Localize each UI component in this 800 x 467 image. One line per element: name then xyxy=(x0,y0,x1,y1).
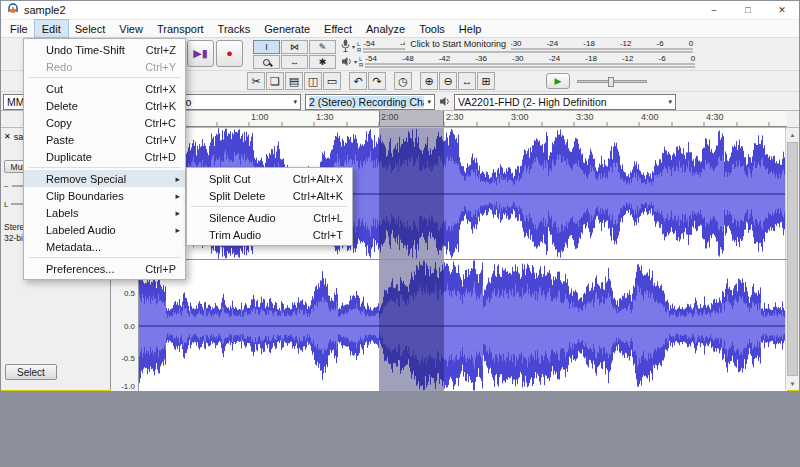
menu-item-split-delete[interactable]: Split Delete Ctrl+Alt+K xyxy=(187,187,352,204)
playback-meter[interactable]: ▾ L R -54-48-42-36-30-24-18-12-60 xyxy=(341,54,707,69)
waveform-selection-1[interactable] xyxy=(379,128,444,259)
track-select-button[interactable]: Select xyxy=(5,364,57,380)
menu-item-cut[interactable]: Cut Ctrl+X xyxy=(24,80,185,97)
remove-special-submenu: Split Cut Ctrl+Alt+X Split Delete Ctrl+A… xyxy=(186,167,353,246)
chevron-down-icon: ▾ xyxy=(427,98,431,106)
zoom-in-button[interactable]: ⊕ xyxy=(420,72,438,90)
meter-scale-number: -6 xyxy=(657,39,664,48)
menu-item-labels[interactable]: Labels ▸ xyxy=(24,204,185,221)
meter-bar-right xyxy=(365,66,695,68)
window-title: sample2 xyxy=(24,4,66,16)
menu-item-undo-time-shift[interactable]: Undo Time-Shift Ctrl+Z xyxy=(24,41,185,58)
undo-button[interactable]: ↶ xyxy=(349,72,367,90)
channel-divider xyxy=(111,259,787,260)
silence-audio-button[interactable]: ▭ xyxy=(323,72,341,90)
edit-toolbar-glyph-icon: ◷ xyxy=(398,75,408,88)
meter-scale-number: -30 xyxy=(512,54,524,63)
file[interactable]: File xyxy=(3,20,35,37)
monitor-label[interactable]: Click to Start Monitoring xyxy=(405,39,511,50)
tracks[interactable]: Tracks xyxy=(211,20,258,37)
view[interactable]: View xyxy=(112,20,150,37)
menu-item-paste[interactable]: Paste Ctrl+V xyxy=(24,131,185,148)
scroll-up-button[interactable]: ▲ xyxy=(786,128,799,141)
help[interactable]: Help xyxy=(452,20,489,37)
scroll-down-button[interactable]: ▼ xyxy=(786,377,799,390)
menu-item-label: Copy xyxy=(46,117,135,129)
record-button[interactable]: ● xyxy=(216,40,243,67)
play-speed-slider[interactable] xyxy=(577,80,647,83)
zoom-out-button[interactable]: ⊖ xyxy=(439,72,457,90)
effect[interactable]: Effect xyxy=(317,20,359,37)
audacity-window: sample2 – □ ✕ File Edit Select View Tran… xyxy=(0,0,800,467)
menu-item-split-cut[interactable]: Split Cut Ctrl+Alt+X xyxy=(187,170,352,187)
edit-toolbar-glyph-icon: ◫ xyxy=(308,75,318,88)
transport[interactable]: Transport xyxy=(150,20,211,37)
menu-item-shortcut: Ctrl+Y xyxy=(145,61,176,73)
ruler-time-label: 3:00 xyxy=(511,112,529,122)
select[interactable]: Select xyxy=(68,20,113,37)
edit-toolbar-glyph-icon: ⊕ xyxy=(424,75,433,88)
playback-device-dropdown[interactable]: VA2201-FHD (2- High Definition ▾ xyxy=(454,94,676,110)
meter-scale-number: -54 xyxy=(363,39,375,48)
fit-selection-button[interactable]: ↔ xyxy=(458,72,476,90)
menu-item-metadata[interactable]: Metadata... xyxy=(24,238,185,255)
time-shift-tool-button[interactable]: ↔ xyxy=(281,55,308,69)
zoom-tool-button[interactable] xyxy=(253,55,280,69)
fit-project-button[interactable]: ⊞ xyxy=(477,72,495,90)
play-speed-slider-thumb[interactable] xyxy=(608,77,614,87)
menu-item-preferences[interactable]: Preferences... Ctrl+P xyxy=(24,260,185,277)
selection-tool-button[interactable]: I xyxy=(253,40,280,54)
magnifier-icon xyxy=(263,59,270,66)
cut-button[interactable]: ✂ xyxy=(247,72,265,90)
edit-toolbar-glyph-icon: ▭ xyxy=(327,75,337,88)
paste-button[interactable]: ▤ xyxy=(285,72,303,90)
analyze[interactable]: Analyze xyxy=(359,20,412,37)
meter-scale-number: 0 xyxy=(689,39,693,48)
menu-item-copy[interactable]: Copy Ctrl+C xyxy=(24,114,185,131)
generate[interactable]: Generate xyxy=(257,20,317,37)
copy-button[interactable]: ❏ xyxy=(266,72,284,90)
menu-item-clip-boundaries[interactable]: Clip Boundaries ▸ xyxy=(24,187,185,204)
meter-toolbar: ▾ L R -54-48-42-36-30-24-18-12-60 C xyxy=(341,39,707,69)
edit[interactable]: Edit xyxy=(35,20,68,37)
recording-channels-value: 2 (Stereo) Recording Chann xyxy=(309,96,424,108)
waveform-selection-2[interactable] xyxy=(379,260,444,391)
menu-item-trim-audio[interactable]: Trim Audio Ctrl+T xyxy=(187,226,352,243)
edit-toolbar-glyph-icon: ✂ xyxy=(251,75,260,88)
draw-tool-button[interactable]: ✎ xyxy=(309,40,336,54)
redo-button[interactable]: ↷ xyxy=(368,72,386,90)
vertical-scrollbar[interactable]: ▲ ▼ xyxy=(785,128,799,390)
menu-item-shortcut: Ctrl+Z xyxy=(146,44,176,56)
skip-end-button[interactable]: ▶▮ xyxy=(187,40,214,67)
playback-device-value: VA2201-FHD (2- High Definition xyxy=(458,96,665,108)
gain-min-icon: − xyxy=(4,182,9,191)
track-close-button[interactable]: ✕ xyxy=(4,132,11,141)
recording-channels-dropdown[interactable]: 2 (Stereo) Recording Chann ▾ xyxy=(305,94,435,110)
menu-item-label: Delete xyxy=(46,100,135,112)
vertical-scrollbar-thumb[interactable] xyxy=(787,142,798,376)
multi-tool-button[interactable]: ✱ xyxy=(309,55,336,69)
menu-item-delete[interactable]: Delete Ctrl+K xyxy=(24,97,185,114)
play-at-speed-button[interactable]: ▶ xyxy=(546,73,570,89)
waveform-canvas-2[interactable] xyxy=(139,260,787,391)
recording-meter[interactable]: ▾ L R -54-48-42-36-30-24-18-12-60 C xyxy=(341,39,707,54)
edit-toolbar-glyph-icon: ↔ xyxy=(462,75,473,87)
menu-item-redo: Redo Ctrl+Y xyxy=(24,58,185,75)
menu-item-remove-special[interactable]: Remove Special ▸ xyxy=(24,170,185,187)
menu-item-shortcut: Ctrl+L xyxy=(313,212,343,224)
edit-toolbar-glyph-icon: ↶ xyxy=(353,75,362,88)
menu-item-shortcut: Ctrl+T xyxy=(313,229,343,241)
trim-audio-button[interactable]: ◫ xyxy=(304,72,322,90)
menu-item-duplicate[interactable]: Duplicate Ctrl+D xyxy=(24,148,185,165)
tools[interactable]: Tools xyxy=(412,20,452,37)
envelope-tool-button[interactable]: ⋈ xyxy=(281,40,308,54)
sync-lock-button[interactable]: ◷ xyxy=(394,72,412,90)
minimize-button[interactable]: – xyxy=(697,1,731,19)
pan-left-label: L xyxy=(4,200,8,209)
edit-toolbar-glyph-icon: ⊞ xyxy=(481,75,490,88)
maximize-button[interactable]: □ xyxy=(731,1,765,19)
timeline-ruler[interactable]: 1:00 1:30 2:00 2:30 3:00 3:30 4:00 4:30 xyxy=(111,111,787,127)
menu-item-silence-audio[interactable]: Silence Audio Ctrl+L xyxy=(187,209,352,226)
menu-item-labeled-audio[interactable]: Labeled Audio ▸ xyxy=(24,221,185,238)
close-button[interactable]: ✕ xyxy=(765,1,799,19)
